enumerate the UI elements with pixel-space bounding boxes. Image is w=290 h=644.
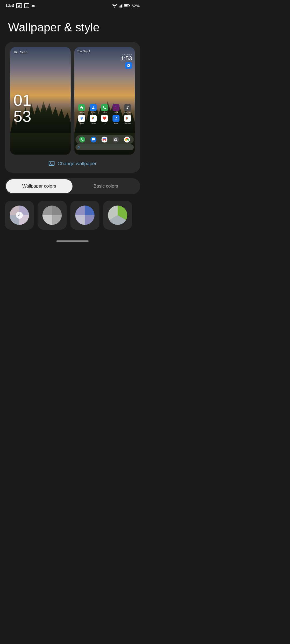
swatch-circle-1: ✓ — [10, 206, 29, 225]
slack-label: Slack — [114, 112, 118, 113]
search-bar: G — [75, 144, 134, 150]
svg-rect-8 — [49, 161, 54, 166]
phone-previews: Thu, Sep 1 01 53 Thu, Sep 1 Thu, Sep 1 1… — [10, 47, 135, 155]
app-files: Files — [111, 115, 121, 124]
lock-screen: Thu, Sep 1 01 53 — [10, 47, 71, 155]
wallpaper-icon — [48, 160, 55, 167]
dock-gmail — [102, 137, 107, 142]
app-photos: Photos — [88, 115, 98, 124]
svg-point-9 — [50, 162, 51, 163]
home-date-small: Thu, Sep 1 — [121, 53, 132, 56]
app-slack: Slack — [111, 104, 121, 113]
nav-bar — [56, 240, 89, 242]
google-g: G — [78, 146, 80, 149]
app-playstore: Play Store — [123, 115, 132, 124]
maps-label: Maps — [80, 122, 84, 124]
contacts-label: Contacts — [90, 112, 96, 113]
change-wallpaper-button[interactable]: Change wallpaper — [10, 155, 135, 173]
home-screen-preview[interactable]: Thu, Sep 1 Thu, Sep 1 1:53 — [74, 47, 135, 155]
app-row-2: Maps Photos — [76, 115, 133, 124]
lock-screen-preview[interactable]: Thu, Sep 1 01 53 — [10, 47, 71, 155]
app-maps: Maps — [77, 115, 86, 124]
battery-percentage: 62% — [132, 3, 140, 8]
swatch-checkmark: ✓ — [16, 212, 23, 219]
files-label: Files — [114, 122, 118, 124]
app-nowplay: Now Play. — [123, 104, 132, 113]
home-clock: Thu, Sep 1 1:53 — [121, 53, 132, 61]
fit-label: Fit — [104, 122, 106, 124]
lock-clock: 01 53 — [13, 92, 31, 125]
app-row-1: Home Contacts Voice — [76, 104, 133, 113]
slack-icon — [113, 104, 119, 111]
playstore-label: Play Store — [124, 122, 131, 124]
svg-rect-2 — [121, 5, 122, 8]
lock-hour: 01 — [13, 92, 31, 108]
fit-icon — [101, 115, 108, 122]
status-right: 62% — [112, 3, 140, 8]
home-label: Home — [79, 112, 84, 113]
swatch-1[interactable]: ✓ — [5, 201, 34, 230]
dock-phone — [79, 137, 85, 142]
change-wallpaper-label: Change wallpaper — [57, 161, 96, 167]
wallpaper-card: Thu, Sep 1 01 53 Thu, Sep 1 Thu, Sep 1 1… — [5, 42, 140, 173]
app-home: Home — [77, 104, 86, 113]
dock-chrome — [124, 137, 130, 142]
tab-wallpaper-colors[interactable]: Wallpaper colors — [6, 179, 73, 193]
swatch-2[interactable] — [38, 201, 67, 230]
home-screen: Thu, Sep 1 Thu, Sep 1 1:53 — [74, 47, 135, 155]
swatch-circle-3 — [75, 206, 95, 225]
gear-icon — [127, 64, 130, 67]
lock-minute: 53 — [13, 108, 31, 125]
lock-date: Thu, Sep 1 — [13, 50, 28, 54]
page-title: Wallpaper & style — [0, 10, 145, 42]
playstore-icon — [124, 115, 131, 122]
signal-icon — [119, 4, 122, 8]
tab-basic-colors[interactable]: Basic colors — [73, 179, 139, 193]
status-icon-screen: ▭ — [31, 4, 35, 8]
status-left: 1:53 W ≡ ▭ — [5, 3, 35, 8]
dock-messages — [90, 137, 96, 142]
status-icon-w: W — [16, 3, 22, 8]
app-contacts: Contacts — [88, 104, 98, 113]
home-date: Thu, Sep 1 — [77, 50, 90, 53]
contacts-icon — [90, 104, 97, 111]
voice-icon — [101, 104, 108, 111]
app-fit: Fit — [100, 115, 109, 124]
notification-icon — [125, 62, 132, 69]
battery-icon — [124, 4, 130, 8]
swatch-3[interactable] — [70, 201, 99, 230]
swatch-circle-4 — [108, 206, 127, 225]
voice-label: Voice — [103, 112, 107, 113]
app-grid: Home Contacts Voice — [76, 104, 133, 126]
wifi-icon — [112, 4, 117, 8]
files-icon — [113, 115, 119, 122]
svg-rect-5 — [129, 5, 130, 6]
status-icon-equals: ≡ — [24, 3, 29, 8]
svg-rect-0 — [119, 6, 119, 8]
dock-camera — [113, 137, 119, 142]
dock — [75, 135, 134, 144]
svg-rect-6 — [124, 5, 128, 7]
status-bar: 1:53 W ≡ ▭ 62% — [0, 0, 145, 10]
ground — [10, 133, 71, 155]
svg-rect-1 — [120, 5, 121, 8]
nav-indicator — [0, 238, 145, 246]
color-tabs: Wallpaper colors Basic colors — [5, 178, 140, 194]
maps-icon — [78, 115, 85, 122]
svg-rect-3 — [122, 4, 122, 8]
home-time: 1:53 — [121, 56, 132, 61]
app-voice: Voice — [100, 104, 109, 113]
swatch-4[interactable] — [103, 201, 132, 230]
swatch-circle-2 — [42, 206, 62, 225]
home-icon — [78, 104, 85, 111]
color-swatches: ✓ — [0, 201, 145, 238]
nowplay-label: Now Play. — [124, 112, 131, 113]
nowplay-icon — [124, 104, 131, 111]
photos-icon — [90, 115, 97, 122]
photos-label: Photos — [91, 122, 96, 124]
status-time: 1:53 — [5, 3, 14, 8]
